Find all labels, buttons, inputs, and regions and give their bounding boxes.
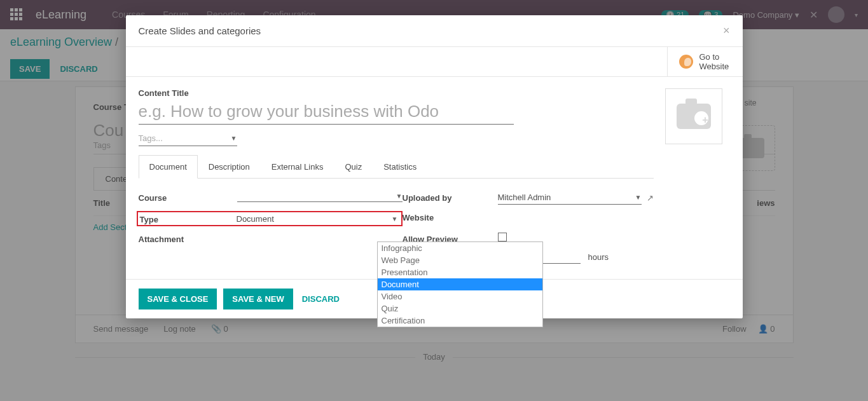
- tab-description[interactable]: Description: [198, 155, 261, 178]
- camera-icon: +: [677, 104, 711, 129]
- type-option-video[interactable]: Video: [378, 290, 542, 302]
- website-label: Website: [403, 211, 498, 222]
- type-option-presentation[interactable]: Presentation: [378, 266, 542, 278]
- save-new-button[interactable]: SAVE & NEW: [223, 289, 293, 309]
- tab-external-links[interactable]: External Links: [261, 155, 334, 178]
- chevron-down-icon: ▼: [635, 194, 642, 201]
- chevron-down-icon: ▼: [231, 135, 237, 142]
- goto-website-button[interactable]: Go to Website: [667, 47, 743, 76]
- course-label: Course: [139, 191, 237, 203]
- type-dropdown: Infographic Web Page Presentation Docume…: [377, 241, 543, 327]
- create-slides-modal: Create Slides and categories × Go to Web…: [126, 15, 743, 318]
- modal-subheader: Go to Website: [126, 47, 743, 77]
- close-icon[interactable]: ×: [723, 24, 730, 37]
- uploaded-by-label: Uploaded by: [403, 191, 498, 203]
- modal-tabs: Document Description External Links Quiz…: [139, 155, 654, 179]
- content-title-label: Content Title: [139, 88, 654, 98]
- image-upload[interactable]: +: [665, 88, 722, 144]
- type-label: Type: [138, 213, 237, 224]
- attachment-label: Attachment: [139, 233, 237, 244]
- external-link-icon[interactable]: ↗: [647, 193, 654, 203]
- uploaded-by-input[interactable]: Mitchell Admin ▼: [498, 191, 642, 205]
- course-input[interactable]: ▼: [237, 191, 403, 202]
- type-option-certification[interactable]: Certification: [378, 315, 542, 327]
- type-option-quiz[interactable]: Quiz: [378, 302, 542, 315]
- chevron-down-icon: ▼: [396, 193, 403, 200]
- allow-preview-checkbox[interactable]: [498, 233, 507, 241]
- type-select[interactable]: Document ▼: [237, 214, 402, 224]
- content-title-input[interactable]: e.g. How to grow your business with Odo: [139, 100, 514, 125]
- globe-icon: [679, 55, 693, 69]
- modal-discard-button[interactable]: DISCARD: [300, 289, 342, 309]
- save-close-button[interactable]: SAVE & CLOSE: [139, 289, 217, 309]
- tags-input[interactable]: Tags... ▼: [139, 132, 237, 146]
- type-option-infographic[interactable]: Infographic: [378, 242, 542, 254]
- type-row-highlight: Type Document ▼: [137, 211, 403, 226]
- chevron-down-icon: ▼: [392, 215, 398, 222]
- tab-document[interactable]: Document: [139, 155, 198, 179]
- modal-header: Create Slides and categories ×: [126, 15, 743, 47]
- tab-quiz[interactable]: Quiz: [334, 155, 373, 178]
- goto-website-label: Go to Website: [699, 52, 731, 71]
- type-option-webpage[interactable]: Web Page: [378, 254, 542, 266]
- tab-statistics[interactable]: Statistics: [373, 155, 427, 178]
- modal-title: Create Slides and categories: [139, 25, 261, 36]
- type-option-document[interactable]: Document: [378, 278, 542, 290]
- hours-label: hours: [588, 252, 609, 262]
